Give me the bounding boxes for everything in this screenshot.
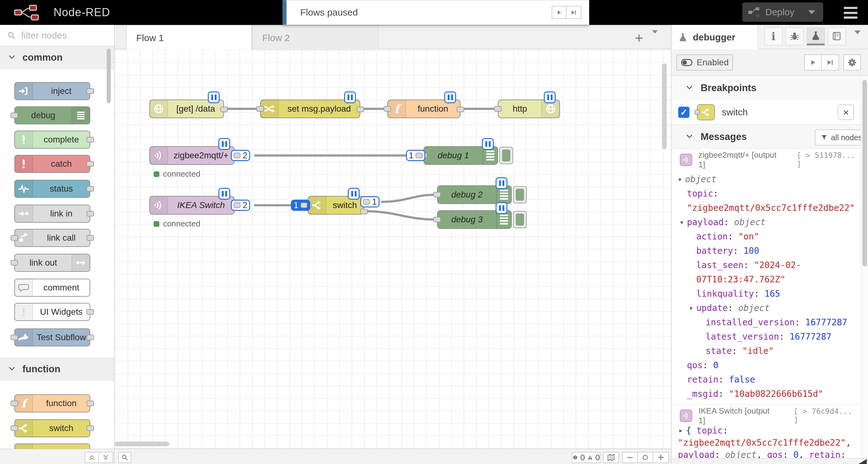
debugger-enabled-toggle[interactable]: Enabled bbox=[676, 55, 733, 71]
palette-node-status[interactable]: status bbox=[14, 180, 90, 198]
debug-toggle-button[interactable] bbox=[513, 211, 527, 228]
expand-arrow-icon[interactable]: ▸ bbox=[679, 425, 683, 437]
flow-list-button[interactable] bbox=[652, 34, 658, 39]
resume-flows-button[interactable] bbox=[552, 6, 566, 19]
breakpoints-section-header[interactable]: Breakpoints bbox=[671, 75, 868, 100]
json-row[interactable]: qos: 0 bbox=[672, 358, 861, 372]
deploy-button[interactable]: Deploy bbox=[742, 2, 823, 22]
json-row[interactable]: latest_version: 16777287 bbox=[672, 330, 861, 344]
palette-node-ui-widgets[interactable]: UI Widgets bbox=[14, 303, 90, 321]
json-row[interactable]: topic: bbox=[672, 187, 861, 201]
message-count-badge[interactable]: 1 bbox=[406, 150, 425, 161]
palette-node-test-subflow[interactable]: Test Subflow bbox=[14, 328, 90, 346]
json-row[interactable]: ▾payload: object bbox=[672, 215, 861, 230]
input-port[interactable] bbox=[494, 106, 501, 112]
breakpoint-pause-badge[interactable] bbox=[496, 202, 507, 214]
palette-node-comment[interactable]: comment bbox=[14, 279, 90, 297]
palette-category-function[interactable]: function bbox=[0, 358, 114, 380]
debugger-settings-button[interactable] bbox=[843, 55, 861, 71]
json-row[interactable]: retain: false bbox=[672, 372, 861, 387]
zoom-reset-button[interactable] bbox=[638, 452, 653, 463]
sidebar-tab-debug[interactable] bbox=[785, 27, 804, 45]
tab-debugger[interactable]: debugger bbox=[672, 25, 758, 49]
palette-node-function[interactable]: ffunction bbox=[14, 394, 90, 412]
tab-flow-1[interactable]: Flow 1 bbox=[126, 26, 252, 50]
json-row[interactable]: action: "on" bbox=[672, 230, 861, 244]
palette-category-common[interactable]: common bbox=[0, 46, 114, 69]
output-port[interactable] bbox=[457, 107, 464, 112]
breakpoint-checkbox[interactable]: ✓ bbox=[678, 107, 689, 118]
breakpoint-pause-badge[interactable] bbox=[482, 138, 494, 150]
message-count-badge[interactable]: 1 bbox=[360, 196, 379, 207]
palette-node-complete[interactable]: complete bbox=[14, 131, 90, 148]
palette-node-inject[interactable]: inject bbox=[14, 82, 90, 100]
expand-categories-button[interactable] bbox=[99, 452, 113, 463]
json-row[interactable]: last_seen: "2024-02- bbox=[672, 258, 861, 272]
json-row[interactable]: linkquality: 165 bbox=[672, 287, 861, 301]
message-count-badge[interactable]: 2 bbox=[231, 150, 250, 161]
breakpoint-pause-badge[interactable] bbox=[496, 177, 507, 189]
sidebar-resize-grip[interactable] bbox=[858, 459, 867, 464]
breakpoint-pause-badge[interactable] bbox=[218, 188, 230, 200]
output-port[interactable] bbox=[360, 209, 368, 214]
sidebar-scrollbar[interactable] bbox=[862, 80, 867, 267]
json-row[interactable]: state: "idle" bbox=[672, 344, 861, 358]
remove-breakpoint-button[interactable]: × bbox=[838, 104, 854, 120]
palette-search[interactable] bbox=[0, 25, 114, 46]
breakpoint-pause-badge[interactable] bbox=[348, 188, 360, 200]
palette-filter-input[interactable] bbox=[21, 30, 99, 41]
debug-messages-list[interactable]: zigbee2mqtt/+ [output 1][ > 511978... ]▾… bbox=[672, 148, 861, 458]
input-port[interactable] bbox=[383, 106, 391, 112]
breakpoint-pause-badge[interactable] bbox=[444, 92, 456, 103]
output-port[interactable] bbox=[220, 107, 228, 112]
palette-node-debug[interactable]: debug bbox=[14, 106, 90, 124]
wire[interactable] bbox=[364, 211, 437, 220]
debugger-play-button[interactable] bbox=[804, 55, 822, 71]
sidebar-tab-debugger-icon[interactable] bbox=[807, 27, 825, 45]
json-row[interactable]: battery: 100 bbox=[672, 244, 861, 258]
canvas-search-button[interactable] bbox=[118, 452, 131, 463]
json-row[interactable]: ▾object bbox=[672, 172, 861, 187]
json-row[interactable]: installed_version: 16777287 bbox=[672, 316, 861, 330]
sidebar-tab-info[interactable]: i bbox=[765, 27, 782, 45]
json-row[interactable]: "zigbee2mqtt/0x5cc7c1fffe2dbe22", bbox=[672, 437, 861, 449]
input-port[interactable] bbox=[433, 192, 441, 197]
step-next-button[interactable] bbox=[566, 6, 582, 19]
messages-section-header[interactable]: Messages all nodes bbox=[671, 125, 868, 148]
flow-canvas[interactable]: [get] /dataset msg.payloadffunctionhttpz… bbox=[115, 49, 671, 449]
palette-node-link-out[interactable]: link out bbox=[14, 254, 90, 272]
palette-node-switch[interactable]: switch bbox=[14, 419, 90, 437]
input-port[interactable] bbox=[433, 217, 441, 222]
zoom-out-button[interactable]: − bbox=[622, 452, 638, 463]
input-port[interactable] bbox=[256, 106, 264, 112]
json-row[interactable]: _msgid: "10ab0822666b615d" bbox=[672, 387, 861, 401]
expand-arrow-icon[interactable]: ▾ bbox=[689, 301, 693, 316]
debugger-step-button[interactable] bbox=[822, 55, 839, 71]
palette-node-change[interactable]: change bbox=[14, 443, 90, 449]
main-menu-button[interactable] bbox=[844, 7, 858, 19]
message-count-badge[interactable]: 2 bbox=[231, 200, 250, 211]
add-flow-button[interactable]: + bbox=[631, 30, 647, 46]
palette-node-link-call[interactable]: link call bbox=[14, 229, 90, 247]
sidebar-tabs-menu-button[interactable] bbox=[854, 34, 861, 40]
tab-flow-2[interactable]: Flow 2 bbox=[252, 26, 378, 50]
json-row[interactable]: ▸{ topic: bbox=[672, 425, 861, 437]
debug-toggle-button[interactable] bbox=[499, 147, 513, 164]
notices-button[interactable]: 0 0 bbox=[572, 452, 600, 463]
debug-toggle-button[interactable] bbox=[513, 186, 527, 203]
breakpoint-pause-badge[interactable] bbox=[218, 138, 230, 150]
breakpoint-pause-badge[interactable] bbox=[344, 92, 356, 103]
breakpoint-pause-badge[interactable] bbox=[208, 92, 220, 103]
expand-arrow-icon[interactable]: ▾ bbox=[679, 215, 684, 230]
message-count-badge[interactable]: 1 bbox=[291, 200, 310, 211]
palette-node-catch[interactable]: catch bbox=[14, 155, 90, 173]
json-row[interactable]: 07T10:23:47.762Z" bbox=[672, 272, 861, 287]
palette-scrollbar[interactable] bbox=[107, 48, 111, 103]
navigator-button[interactable] bbox=[603, 452, 619, 463]
sidebar-tab-help[interactable] bbox=[828, 27, 846, 45]
expand-arrow-icon[interactable]: ▾ bbox=[678, 172, 682, 187]
palette-node-link-in[interactable]: link in bbox=[14, 205, 90, 223]
message-filter-button[interactable]: all nodes bbox=[815, 129, 868, 145]
json-row[interactable]: payload: object, qos: 0, retain: bbox=[672, 449, 861, 458]
zoom-in-button[interactable]: + bbox=[653, 452, 669, 463]
